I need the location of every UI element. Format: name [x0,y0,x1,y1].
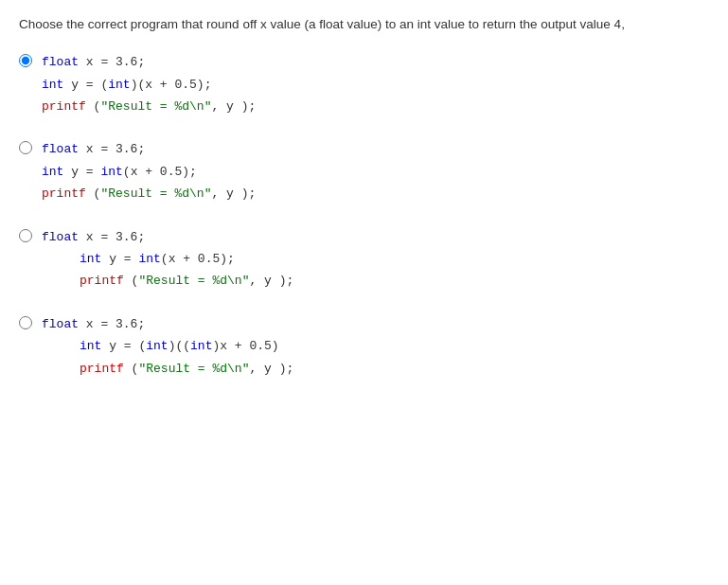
str-3: "Result = %d\n" [138,274,249,288]
option-1-code: float x = 3.6; int y = (int)(x + 0.5); p… [42,51,256,117]
code-text-3a: x = 3.6; [79,230,145,244]
option-4-radio-wrapper[interactable] [19,316,32,332]
option-1-radio-wrapper[interactable] [19,54,32,70]
code-text-4d: )x + 0.5) [212,339,278,353]
code-text-3e: , y ); [249,274,293,288]
kw-int-2b: int [100,165,122,179]
option-3-code: float x = 3.6; int y = int(x + 0.5); pri… [42,226,293,292]
code-text-2a: x = 3.6; [79,142,145,156]
code-text-4a: x = 3.6; [79,317,145,331]
kw-int-3a: int [80,252,101,266]
code-text-1e: , y ); [211,99,256,114]
code-text-4e: ( [124,362,139,376]
option-3-radio-wrapper[interactable] [19,229,32,245]
kw-int-1b: int [108,78,130,92]
option-4-radio[interactable] [19,316,32,329]
code-text-3c: (x + 0.5); [161,252,235,266]
code-text-4f: , y ); [249,362,293,376]
kw-int-3b: int [138,252,160,266]
option-4-block: float x = 3.6; int y = (int)((int)x + 0.… [19,313,709,380]
code-text-2c: (x + 0.5); [123,165,197,179]
code-text-2d: ( [86,186,101,201]
option-2-radio[interactable] [19,141,32,154]
kw-printf-3: printf [80,274,124,288]
code-text-1b: y = ( [63,78,108,92]
kw-float-1: float [42,55,79,69]
code-text-3d: ( [124,274,139,288]
option-4-code: float x = 3.6; int y = (int)((int)x + 0.… [42,313,293,380]
str-1: "Result = %d\n" [100,99,211,114]
option-2-block: float x = 3.6; int y = int(x + 0.5); pri… [19,138,709,204]
code-text-4b: y = ( [101,339,146,353]
kw-int-1a: int [42,78,63,92]
code-text-2e: , y ); [211,186,256,201]
option-3-block: float x = 3.6; int y = int(x + 0.5); pri… [19,226,709,292]
code-text-2b: y = [63,165,100,179]
option-2-radio-wrapper[interactable] [19,141,32,157]
str-4: "Result = %d\n" [138,362,249,376]
str-2: "Result = %d\n" [100,186,211,201]
question-text: Choose the correct program that round of… [19,15,709,34]
option-1-radio[interactable] [19,54,32,67]
kw-float-2: float [42,142,79,156]
kw-float-3: float [42,230,79,244]
kw-float-4: float [42,317,79,331]
option-3-radio[interactable] [19,229,32,242]
kw-int-4c: int [190,339,212,353]
kw-int-2a: int [42,165,63,179]
kw-int-4b: int [146,339,168,353]
code-text-1a: x = 3.6; [79,55,145,69]
kw-printf-1: printf [42,99,86,114]
kw-printf-4: printf [80,362,124,376]
code-text-1c: )(x + 0.5); [131,78,212,92]
code-text-3b: y = [101,252,138,266]
option-2-code: float x = 3.6; int y = int(x + 0.5); pri… [42,138,256,204]
kw-int-4a: int [80,339,101,353]
code-text-4c: )(( [169,339,190,353]
option-1-block: float x = 3.6; int y = (int)(x + 0.5); p… [19,51,709,117]
kw-printf-2: printf [42,186,86,201]
code-text-1d: ( [86,99,101,114]
